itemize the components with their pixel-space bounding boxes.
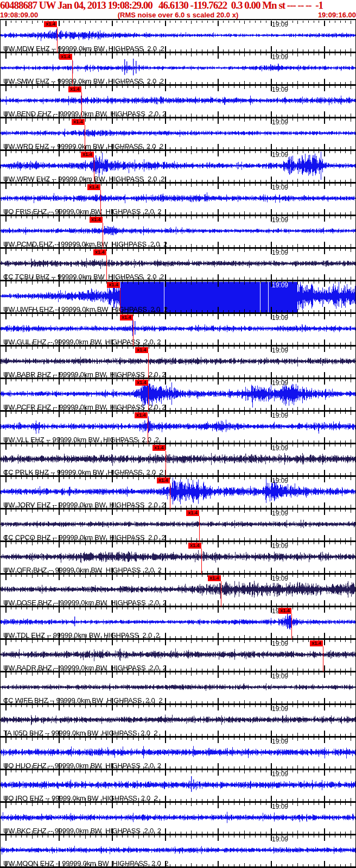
trace-row: 19:09 UO IRQ EHZ -- 99999.0km BW HIGHPAS… [0,770,356,802]
minute-time-label: 19:09 [272,380,288,386]
station-label: CC PRLK BHZ -- 99999.0km BW HIGHPASS 2.0… [3,469,163,476]
pick-line [170,483,171,509]
station-label: UW JORV EHZ -- 99999.0km BW HIGHPASS 2.0… [3,501,165,508]
station-label: CC WIFE BHZ -- 99999.0km BW HIGHPASS 2.0… [3,697,162,704]
minute-time-label: 19:09 [272,152,288,158]
pick-flag[interactable]: x1.4 [120,315,133,320]
minute-time-label: 19:09 [272,119,288,125]
pick-flag[interactable]: x1.4 [107,282,120,288]
trace-row: 19:09 UW BKC EHZ -- 99999.0km BW HIGHPAS… [0,802,356,835]
minute-time-label: 19:09 [272,217,288,223]
header-time-row: 19:08:09.00 (RMS noise over 6.0 s scaled… [0,11,356,19]
pick-flag[interactable]: x1.4 [90,217,103,223]
station-label: UW PCMD EHZ -- 99999.0km BW HIGHPASS 2.0… [3,241,167,248]
pick-line [148,418,149,444]
pick-flag[interactable]: x1.4 [135,412,148,418]
pick-line [106,255,107,281]
pick-line [323,646,324,672]
station-label: UW UWFH EHZ -- 99999.0km BW HIGHPASS 2.0… [3,306,168,313]
minute-time-label: 19:09 [272,510,288,517]
pick-line [72,60,73,85]
trace-row: 19:09 CC WIFE BHZ -- 99999.0km BW HIGHPA… [0,672,356,705]
pick-flag[interactable]: x1.4 [72,119,85,125]
pick-flag[interactable]: x1.4 [81,152,94,158]
station-label: UW PCFR EHZ -- 99999.0km BW HIGHPASS 2.0… [3,404,166,411]
station-label: UW QFR BHZ -- 99999.0km BW HIGHPASS 2.0 … [3,567,161,574]
pick-line [221,581,222,607]
trace-row: 19:09 TA I05D BHZ -- 99999.0km BW HIGHPA… [0,705,356,737]
station-label: UW MOON EHZ -- 99999.0km BW HIGHPASS 2.0… [3,860,168,867]
minute-time-label: 19:09 [272,54,288,60]
station-label: UW GUL EHZ -- 99999.0km BW HIGHPASS 2.0 … [3,338,161,345]
trace-row: 19:09 x1.4 UW VLL EHZ -- 99999.0km BW HI… [0,411,356,444]
pick-line [133,320,134,346]
pick-flag[interactable]: x1.4 [135,347,148,353]
pick-line [103,223,104,248]
trace-row: 19:09 x1.4 UW GUL EHZ -- 99999.0km BW HI… [0,313,356,346]
minute-time-label: 19:09 [272,673,288,680]
pick-flag[interactable]: x1.4 [186,510,199,516]
trace-row: 19:09 x1.4 CC CPCO BHZ -- 99999.0km BW H… [0,509,356,542]
pick-flag[interactable]: x1.4 [310,640,323,646]
minute-time-label: 19:09 [272,543,288,549]
pick-flag[interactable]: x1.4 [59,54,72,60]
station-label: CC CPCO BHZ -- 99999.0km BW HIGHPASS 2.0… [3,534,166,541]
pick-flag[interactable]: x1.4 [152,445,166,451]
station-label: UW BABR BHZ -- 99999.0km BW HIGHPASS 2.0… [3,371,166,378]
pick-line [201,549,202,574]
pick-line [148,353,149,379]
station-label: UO IRQ EHZ -- 99999.0km BW HIGHPASS 2.0 … [3,795,158,802]
minute-time-label: 19:09 [272,738,288,745]
trace-row: 19:09 x1.4 UW PCFR EHZ -- 99999.0km BW H… [0,379,356,411]
trace-row: 19:09 x1.4 UW JORV EHZ -- 99999.0km BW H… [0,476,356,509]
station-label: UW TDL EHZ -- 99999.0km BW HIGHPASS 2.0 … [3,632,160,639]
trace-row: 19:09 x1.4 UW WRD EHZ -- 99999.0km BW HI… [0,118,356,150]
minute-time-label: 19:09 [272,477,288,484]
station-label: UO FRIS EHZ -- 99999.0km BW HIGHPASS 2.0… [3,208,161,215]
minute-time-label: 19:09 [272,412,288,419]
event-summary-title: 60488687 UW Jan 04, 2013 19:08:29.00 46.… [0,0,356,11]
trace-row: 19:09 UW MOON EHZ -- 99999.0km BW HIGHPA… [0,835,356,867]
minute-time-label: 19:09 [272,315,288,321]
station-label: UO HUO EHZ -- 99999.0km BW HIGHPASS 2.0 … [3,762,161,769]
minute-time-label: 19:09 [272,575,288,582]
station-label: UW BEND EHZ -- 99999.0km BW HIGHPASS 2.0… [3,110,166,117]
pick-line [148,386,149,411]
pick-flag[interactable]: x1.4 [278,608,291,614]
pick-line [94,158,95,183]
station-label: TA I05D BHZ -- 99999.0km BW HIGHPASS 2.0… [3,729,158,737]
pick-line [85,125,86,150]
trace-row: 19:09 x1.4 UW RADR BHZ -- 99999.0km BW H… [0,639,356,672]
station-label: UW WPW EHZ -- 99999.0km BW HIGHPASS 2.0 … [3,175,164,183]
trace-row: 19:09 x1.4 UW SMW EHZ -- 99999.0km BW HI… [0,53,356,85]
window-start-time: 19:08:09.00 [0,11,38,19]
trace-row: 19:09 x1.4 UW QFR BHZ -- 99999.0km BW HI… [0,542,356,574]
trace-row: 19:09 x1.4 UW BEND EHZ -- 99999.0km BW H… [0,85,356,118]
pick-line [81,92,82,118]
pick-flag[interactable]: x1.4 [44,21,57,27]
minute-time-label: 19:09 [272,803,288,810]
minute-time-label: 19:09 [272,640,288,647]
pick-flag[interactable]: x1.4 [135,380,148,386]
trace-row: 19:09 x1.4 UW WPW EHZ -- 99999.0km BW HI… [0,150,356,183]
pick-flag[interactable]: x1.4 [188,543,201,549]
station-label: UW VLL EHZ -- 99999.0km BW HIGHPASS 2.0 … [3,436,159,443]
pick-line [199,516,200,542]
station-label: UW WRD EHZ -- 99999.0km BW HIGHPASS 2.0 … [3,143,163,150]
pick-flag[interactable]: x1.4 [68,86,81,92]
station-label: UW BKC EHZ -- 99999.0km BW HIGHPASS 2.0 … [3,827,161,834]
trace-row: 19:09 x1.4 CC TCBU BHZ -- 99999.0km BW H… [0,248,356,281]
station-label: UW MDW EHZ -- 99999.0km BW HIGHPASS 2.0 … [3,45,164,52]
pick-line [291,614,293,639]
pick-line [100,190,101,216]
scaling-note: (RMS noise over 6.0 s scaled 20.0 x) [118,11,239,19]
pick-flag[interactable]: x1.4 [93,249,106,255]
pick-flag[interactable]: x1.4 [157,477,170,483]
trace-row: 19:09 x1.4 UW BABR BHZ -- 99999.0km BW H… [0,346,356,379]
pick-line [120,288,121,313]
pick-flag[interactable]: x1.4 [208,575,221,581]
window-end-time: 19:09:16.00 [318,11,356,19]
pick-flag[interactable]: x1.4 [87,184,100,190]
minute-time-label: 19:09 [272,249,288,256]
pick-line [166,451,167,476]
